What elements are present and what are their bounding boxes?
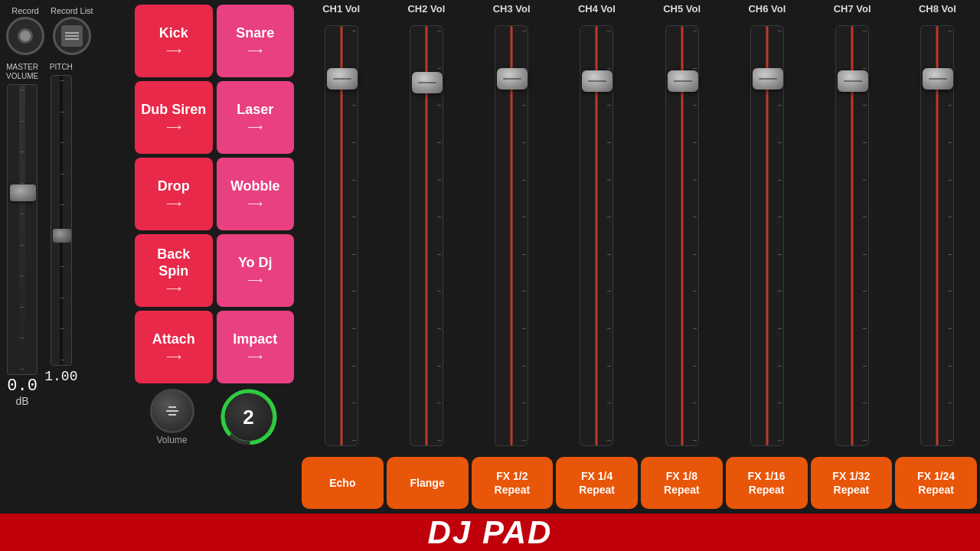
ch5-header: CH5 Vol — [639, 3, 724, 22]
fx-1-2-button[interactable]: FX 1/2Repeat — [472, 457, 554, 509]
master-volume-slider[interactable] — [7, 84, 38, 375]
ch2-knob[interactable] — [412, 72, 443, 93]
db-display: 0.0 dB — [7, 378, 38, 407]
ch7-header: CH7 Vol — [810, 3, 895, 22]
pad-impact[interactable]: Impact ⟶ — [217, 311, 295, 383]
ch4-knob[interactable] — [582, 70, 612, 92]
pitch-slider[interactable] — [51, 75, 72, 366]
pad-back-spin[interactable]: Back Spin ⟶ — [135, 234, 213, 307]
pad-drop-label: Drop — [158, 178, 190, 195]
number-knob[interactable]: 2 — [225, 393, 273, 441]
record-list-label: Record List — [51, 6, 93, 15]
ch8-knob[interactable] — [923, 68, 953, 90]
main-container: Record Record List — [0, 0, 980, 551]
fx-buttons: Echo Flange FX 1/2Repeat FX 1/4Repeat FX… — [299, 452, 980, 514]
ch6-header: CH6 Vol — [724, 3, 809, 22]
fx-1-4-button[interactable]: FX 1/4Repeat — [556, 457, 638, 509]
ch6-fader[interactable] — [724, 22, 809, 449]
pad-impact-label: Impact — [233, 331, 277, 348]
ch8-header: CH8 Vol — [895, 3, 980, 22]
pad-laser[interactable]: Laser ⟶ — [217, 81, 295, 154]
ch7-fader[interactable] — [810, 22, 895, 449]
pad-kick-arrow: ⟶ — [166, 44, 181, 57]
ch4-fader[interactable] — [554, 22, 639, 449]
ch2-track — [410, 25, 443, 446]
ch1-track — [325, 25, 358, 446]
pad-drop[interactable]: Drop ⟶ — [135, 158, 213, 230]
ch1-fader[interactable] — [299, 22, 384, 449]
db-unit: dB — [7, 395, 38, 407]
fx-1-24-button[interactable]: FX 1/24Repeat — [895, 457, 977, 509]
ch3-fader[interactable] — [469, 22, 554, 449]
pad-drop-arrow: ⟶ — [166, 197, 181, 210]
channels-section: CH1 Vol CH2 Vol CH3 Vol CH4 Vol CH5 Vol … — [299, 0, 980, 452]
ch6-knob[interactable] — [753, 68, 783, 90]
sliders-row: MASTERVOLUME — [6, 63, 124, 446]
pad-yo-dj-arrow: ⟶ — [247, 274, 263, 286]
ch7-knob[interactable] — [838, 70, 868, 92]
top-section: Record Record List — [0, 0, 980, 452]
fx-1-8-button[interactable]: FX 1/8Repeat — [641, 457, 723, 509]
pitch-value: 1.00 — [44, 369, 77, 384]
record-section: Record Record List — [6, 6, 124, 55]
pad-wobble-arrow: ⟶ — [247, 197, 263, 210]
fx-1-32-button[interactable]: FX 1/32Repeat — [811, 457, 893, 509]
master-volume-knob[interactable] — [10, 184, 36, 201]
ch3-track — [495, 25, 528, 446]
fx-1-16-button[interactable]: FX 1/16Repeat — [726, 457, 808, 509]
pad-laser-label: Laser — [237, 102, 273, 119]
pitch-label: PITCH — [50, 63, 73, 72]
pad-yo-dj[interactable]: Yo Dj ⟶ — [217, 234, 295, 307]
pad-snare-arrow: ⟶ — [247, 44, 263, 57]
db-value: 0.0 — [7, 378, 38, 395]
number-knob-container: 2 — [218, 386, 279, 448]
pad-dub-siren[interactable]: Dub Siren ⟶ — [135, 81, 213, 154]
pad-back-spin-label: Back Spin — [141, 246, 207, 279]
fx-spacer — [0, 452, 299, 514]
ch5-knob[interactable] — [668, 70, 698, 92]
record-list-button[interactable] — [53, 17, 91, 55]
pad-attach-arrow: ⟶ — [166, 350, 181, 363]
record-list-icon — [61, 25, 83, 47]
ch8-fader[interactable] — [895, 22, 980, 449]
pad-snare-label: Snare — [236, 25, 274, 42]
pad-laser-arrow: ⟶ — [247, 121, 263, 133]
pitch-group: PITCH — [44, 63, 77, 384]
pad-wobble-label: Wobble — [230, 178, 280, 195]
ch4-track — [580, 25, 613, 446]
volume-knob[interactable] — [150, 389, 194, 433]
pad-kick-label: Kick — [159, 25, 188, 42]
ch2-header: CH2 Vol — [384, 3, 469, 22]
ch4-header: CH4 Vol — [554, 3, 639, 22]
master-volume-track — [19, 85, 25, 374]
pad-snare[interactable]: Snare ⟶ — [217, 5, 295, 77]
dj-pad-title: DJ PAD — [428, 514, 553, 551]
ch6-track — [750, 25, 784, 446]
left-controls: Record Record List — [0, 0, 130, 452]
ch1-knob[interactable] — [327, 68, 358, 90]
pitch-knob[interactable] — [53, 229, 71, 243]
ch8-track — [920, 25, 954, 446]
fx-flange-button[interactable]: Flange — [387, 457, 469, 509]
ch5-fader[interactable] — [639, 22, 724, 449]
record-group: Record — [6, 6, 44, 55]
fx-echo-button[interactable]: Echo — [302, 457, 384, 509]
master-volume-group: MASTERVOLUME — [6, 63, 38, 407]
pad-dub-siren-arrow: ⟶ — [166, 121, 181, 133]
record-icon — [18, 28, 33, 44]
record-label: Record — [11, 6, 38, 15]
ch3-knob[interactable] — [497, 68, 528, 90]
record-list-group: Record List — [51, 6, 93, 55]
pad-attach-label: Attach — [152, 331, 195, 348]
pads-grid: Kick ⟶ Snare ⟶ Dub Siren ⟶ Laser ⟶ — [135, 5, 294, 383]
pad-back-spin-arrow: ⟶ — [166, 282, 181, 295]
channels-headers: CH1 Vol CH2 Vol CH3 Vol CH4 Vol CH5 Vol … — [299, 3, 980, 22]
ch2-fader[interactable] — [384, 22, 469, 449]
pad-kick[interactable]: Kick ⟶ — [135, 5, 213, 77]
knob-number-value: 2 — [243, 406, 253, 429]
channels-faders — [299, 22, 980, 449]
pad-attach[interactable]: Attach ⟶ — [135, 311, 213, 383]
record-button[interactable] — [6, 17, 44, 55]
pads-section: Kick ⟶ Snare ⟶ Dub Siren ⟶ Laser ⟶ — [130, 0, 299, 452]
pad-wobble[interactable]: Wobble ⟶ — [217, 158, 295, 230]
